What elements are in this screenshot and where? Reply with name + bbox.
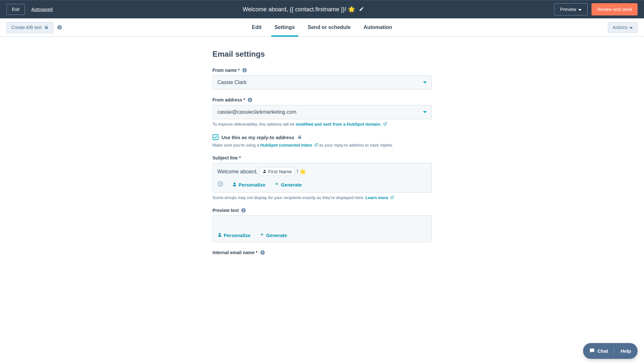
external-link-icon — [383, 122, 387, 126]
generate-label: Generate — [266, 233, 287, 238]
helper-prefix: To improve deliverability, this address … — [213, 122, 296, 127]
svg-point-0 — [218, 182, 223, 187]
reply-to-checkbox[interactable] — [213, 134, 218, 140]
svg-point-2 — [221, 183, 221, 184]
subject-group: Subject line * Welcome aboard, First Nam… — [213, 155, 432, 200]
actions-label: Actions — [613, 25, 628, 30]
preview-text-actions: Personalize Generate — [217, 233, 427, 238]
document-title: Welcome aboard, {{ contact.firstname }}!… — [243, 6, 355, 13]
external-link-icon — [314, 143, 318, 147]
subject-input-box[interactable]: Welcome aboard, First Name ! 🌟 — [213, 163, 432, 193]
token-text: First Name — [268, 169, 292, 174]
subject-label: Subject line * — [213, 155, 432, 160]
subject-label-text: Subject line * — [213, 155, 241, 160]
info-icon[interactable]: i — [248, 98, 252, 102]
subject-content[interactable]: Welcome aboard, First Name ! 🌟 — [217, 167, 427, 176]
internal-name-label: Internal email name * i — [213, 250, 432, 255]
svg-point-1 — [219, 183, 220, 184]
from-address-helper: To improve deliverability, this address … — [213, 122, 432, 127]
emoji-picker-button[interactable] — [217, 181, 223, 188]
personalize-button[interactable]: Personalize — [232, 182, 265, 187]
preview-text-label: Preview text i — [213, 208, 432, 213]
link-text: Learn more — [366, 195, 389, 200]
tab-edit[interactable]: Edit — [252, 18, 262, 36]
tablist: Edit Settings Send or schedule Automatio… — [252, 18, 392, 36]
info-icon[interactable]: i — [57, 25, 62, 30]
from-name-select[interactable]: Cassie Clark — [213, 75, 432, 90]
info-icon[interactable]: i — [241, 208, 246, 213]
subject-helper: Some emojis may not display for your rec… — [213, 195, 432, 200]
helper-prefix: Make sure you're using a — [213, 143, 260, 148]
subject-text-suffix: ! 🌟 — [297, 168, 306, 175]
chevron-down-icon — [630, 25, 633, 30]
create-ab-test-button[interactable]: Create A/B test — [6, 22, 53, 33]
from-address-value: cassie@cassieclarkmarketing.com — [217, 109, 297, 115]
lock-icon — [297, 135, 302, 140]
reply-to-checkbox-label: Use this as my reply-to address — [222, 135, 294, 140]
exit-button[interactable]: Exit — [6, 4, 25, 15]
ab-test-label: Create A/B test — [11, 25, 42, 30]
preview-button-label: Preview — [560, 7, 576, 12]
helper-suffix: as your reply-to address to track replie… — [319, 143, 392, 148]
generate-label: Generate — [281, 182, 302, 187]
link-text: HubSpot connected inbox — [260, 143, 312, 148]
from-name-label-text: From name * — [213, 68, 240, 73]
internal-name-label-text: Internal email name * — [213, 250, 258, 255]
actions-button[interactable]: Actions — [608, 22, 638, 33]
autosaved-link[interactable]: Autosaved — [31, 7, 53, 12]
learn-more-link[interactable]: Learn more — [366, 195, 394, 200]
from-address-label: From address * i — [213, 97, 432, 102]
topbar-left: Exit Autosaved — [6, 4, 53, 15]
reply-to-group: Use this as my reply-to address Make sur… — [213, 134, 432, 148]
tab-settings[interactable]: Settings — [274, 18, 295, 36]
page-title: Email settings — [213, 50, 432, 59]
preview-text-content[interactable] — [217, 220, 427, 227]
person-icon — [232, 182, 237, 187]
from-name-value: Cassie Clark — [217, 80, 247, 85]
topbar: Exit Autosaved Welcome aboard, {{ contac… — [0, 0, 644, 18]
internal-name-group: Internal email name * i — [213, 250, 432, 255]
generate-button[interactable]: Generate — [274, 182, 302, 187]
personalize-label: Personalize — [224, 233, 251, 238]
caret-down-icon — [423, 111, 427, 113]
from-address-group: From address * i cassie@cassieclarkmarke… — [213, 97, 432, 127]
sparkle-icon — [274, 182, 279, 187]
preview-text-label-text: Preview text — [213, 208, 239, 213]
personalize-button[interactable]: Personalize — [217, 233, 251, 238]
from-address-select[interactable]: cassie@cassieclarkmarketing.com — [213, 105, 432, 119]
from-name-label: From name * i — [213, 68, 432, 73]
preview-button[interactable]: Preview — [554, 3, 588, 15]
subbar: Create A/B test i Edit Settings Send or … — [0, 18, 644, 37]
chevron-down-icon — [578, 7, 582, 12]
hubspot-domain-link[interactable]: modified and sent from a HubSpot domain. — [296, 122, 387, 127]
tab-send-or-schedule[interactable]: Send or schedule — [308, 18, 351, 36]
ab-info: i — [57, 25, 62, 30]
external-link-icon — [390, 196, 394, 200]
review-and-send-button[interactable]: Review and send — [591, 3, 638, 15]
caret-down-icon — [423, 81, 427, 83]
pencil-icon[interactable] — [359, 6, 364, 13]
connected-inbox-link[interactable]: HubSpot connected inbox — [260, 143, 319, 148]
topbar-right: Preview Review and send — [554, 3, 638, 15]
person-icon — [263, 169, 266, 174]
preview-text-group: Preview text i Personalize Generate — [213, 208, 432, 242]
subject-text-prefix: Welcome aboard, — [217, 169, 258, 175]
reply-to-checkbox-row: Use this as my reply-to address — [213, 134, 432, 140]
preview-text-input-box[interactable]: Personalize Generate — [213, 216, 432, 242]
subject-actions: Personalize Generate — [217, 181, 427, 188]
info-icon[interactable]: i — [242, 68, 247, 72]
helper-prefix: Some emojis may not display for your rec… — [213, 195, 366, 200]
link-text: modified and sent from a HubSpot domain. — [296, 122, 381, 127]
content: Email settings From name * i Cassie Clar… — [206, 37, 438, 269]
lock-icon — [44, 25, 49, 30]
generate-button[interactable]: Generate — [260, 233, 287, 238]
topbar-center: Welcome aboard, {{ contact.firstname }}!… — [53, 6, 554, 13]
reply-to-helper: Make sure you're using a HubSpot connect… — [213, 143, 432, 148]
from-address-label-text: From address * — [213, 97, 245, 102]
from-name-group: From name * i Cassie Clark — [213, 68, 432, 90]
info-icon[interactable]: i — [260, 250, 265, 255]
person-icon — [217, 233, 222, 238]
tab-automation[interactable]: Automation — [363, 18, 392, 36]
personalization-token[interactable]: First Name — [260, 167, 295, 176]
sparkle-icon — [260, 233, 264, 238]
